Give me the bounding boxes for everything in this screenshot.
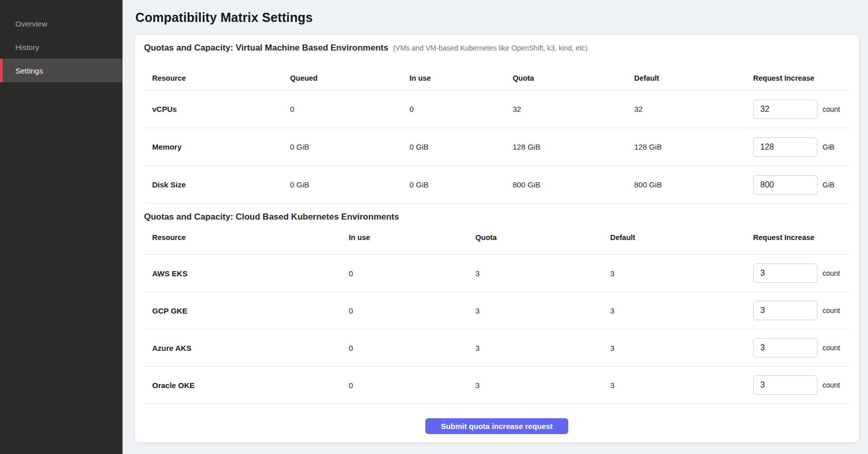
vm-table-header: Resource Queued In use Quota Default Req… <box>144 66 850 90</box>
column-header-in-use: In use <box>349 233 475 242</box>
unit-label: GiB <box>823 181 834 189</box>
vm-section-subtitle: (VMs and VM-based Kubernetes like OpenSh… <box>393 44 588 52</box>
cell-quota: 800 GiB <box>513 180 634 189</box>
cell-default: 3 <box>610 344 753 352</box>
cell-quota: 3 <box>475 269 610 278</box>
vm-table-body: vCPUs003232countMemory0 GiB0 GiB128 GiB1… <box>144 90 850 204</box>
cell-in-use: 0 <box>349 381 475 390</box>
column-header-request-increase: Request Increase <box>753 233 850 242</box>
cell-in-use: 0 <box>349 269 475 278</box>
submit-quota-increase-button[interactable]: Submit quota increase request <box>425 418 568 434</box>
cloud-table-body: AWS EKS033countGCP GKE033countAzure AKS0… <box>144 255 850 404</box>
cell-in-use: 0 <box>349 306 475 315</box>
settings-card: Quotas and Capacity: Virtual Machine Bas… <box>134 34 859 443</box>
cell-queued: 0 <box>290 105 409 113</box>
cell-default: 800 GiB <box>634 180 753 189</box>
main-content: Compatibility Matrix Settings Quotas and… <box>123 0 868 454</box>
cell-queued: 0 GiB <box>290 142 409 151</box>
cell-quota: 3 <box>475 381 610 390</box>
cell-in-use: 0 GiB <box>409 142 513 151</box>
table-row: vCPUs003232count <box>144 90 850 128</box>
page-title: Compatibility Matrix Settings <box>135 10 868 25</box>
resource-label: AWS EKS <box>152 269 349 278</box>
resource-label: Disk Size <box>152 180 290 189</box>
cloud-section-title: Quotas and Capacity: Cloud Based Kuberne… <box>144 212 399 222</box>
cell-quota: 3 <box>475 306 610 315</box>
request-increase-cell: count <box>753 301 850 320</box>
resource-label: vCPUs <box>152 105 290 113</box>
unit-label: count <box>823 381 840 389</box>
cell-in-use: 0 GiB <box>409 180 513 189</box>
sidebar-item-label: Overview <box>15 19 47 28</box>
request-increase-cell: count <box>753 100 850 119</box>
cell-default: 32 <box>634 105 753 113</box>
request-increase-cell: GiB <box>753 137 850 157</box>
request-increase-input[interactable] <box>753 338 817 357</box>
request-increase-input[interactable] <box>753 375 817 395</box>
cell-default: 3 <box>610 381 753 390</box>
sidebar: Overview History Settings <box>0 0 123 454</box>
column-header-resource: Resource <box>152 74 290 82</box>
request-increase-cell: count <box>753 338 850 357</box>
submit-button-row: Submit quota increase request <box>144 404 850 434</box>
resource-label: Azure AKS <box>152 344 349 352</box>
unit-label: count <box>823 344 840 352</box>
unit-label: count <box>823 306 840 315</box>
column-header-quota: Quota <box>513 74 634 82</box>
column-header-resource: Resource <box>152 233 349 242</box>
resource-label: GCP GKE <box>152 306 349 315</box>
vm-section-title: Quotas and Capacity: Virtual Machine Bas… <box>144 43 389 53</box>
column-header-quota: Quota <box>475 233 610 242</box>
table-row: Memory0 GiB0 GiB128 GiB128 GiBGiB <box>144 128 850 166</box>
table-row: Azure AKS033count <box>144 329 850 367</box>
cell-quota: 128 GiB <box>513 142 634 151</box>
sidebar-item-history[interactable]: History <box>0 35 123 59</box>
cell-in-use: 0 <box>409 105 513 113</box>
request-increase-input[interactable] <box>753 137 817 157</box>
cell-queued: 0 GiB <box>290 180 409 189</box>
sidebar-item-overview[interactable]: Overview <box>0 12 123 35</box>
cell-default: 3 <box>610 306 753 315</box>
cell-default: 128 GiB <box>634 142 753 151</box>
column-header-in-use: In use <box>409 74 513 82</box>
column-header-default: Default <box>610 233 753 242</box>
request-increase-cell: count <box>753 375 850 395</box>
request-increase-cell: count <box>753 264 850 283</box>
vm-section-header: Quotas and Capacity: Virtual Machine Bas… <box>144 43 850 53</box>
request-increase-input[interactable] <box>753 264 817 283</box>
resource-label: Memory <box>152 142 290 151</box>
resource-label: Oracle OKE <box>152 381 349 390</box>
column-header-queued: Queued <box>290 74 409 82</box>
request-increase-input[interactable] <box>753 175 817 195</box>
cloud-section-header: Quotas and Capacity: Cloud Based Kuberne… <box>144 212 850 223</box>
cell-default: 3 <box>610 269 753 278</box>
active-item-accent-bar <box>0 59 3 82</box>
request-increase-input[interactable] <box>753 100 817 119</box>
unit-label: count <box>823 105 840 113</box>
sidebar-item-label: History <box>15 43 39 52</box>
sidebar-item-label: Settings <box>15 66 43 75</box>
cloud-table-header: Resource In use Quota Default Request In… <box>144 227 850 255</box>
request-increase-cell: GiB <box>753 175 850 195</box>
table-row: AWS EKS033count <box>144 255 850 292</box>
column-header-request-increase: Request Increase <box>753 74 850 82</box>
unit-label: GiB <box>823 143 834 151</box>
column-header-default: Default <box>634 74 753 82</box>
table-row: Oracle OKE033count <box>144 367 850 404</box>
cell-quota: 3 <box>475 344 610 352</box>
cell-in-use: 0 <box>349 344 475 352</box>
cell-quota: 32 <box>513 105 634 113</box>
request-increase-input[interactable] <box>753 301 817 320</box>
sidebar-item-settings[interactable]: Settings <box>0 59 123 82</box>
unit-label: count <box>823 269 840 277</box>
table-row: GCP GKE033count <box>144 292 850 329</box>
table-row: Disk Size0 GiB0 GiB800 GiB800 GiBGiB <box>144 166 850 204</box>
